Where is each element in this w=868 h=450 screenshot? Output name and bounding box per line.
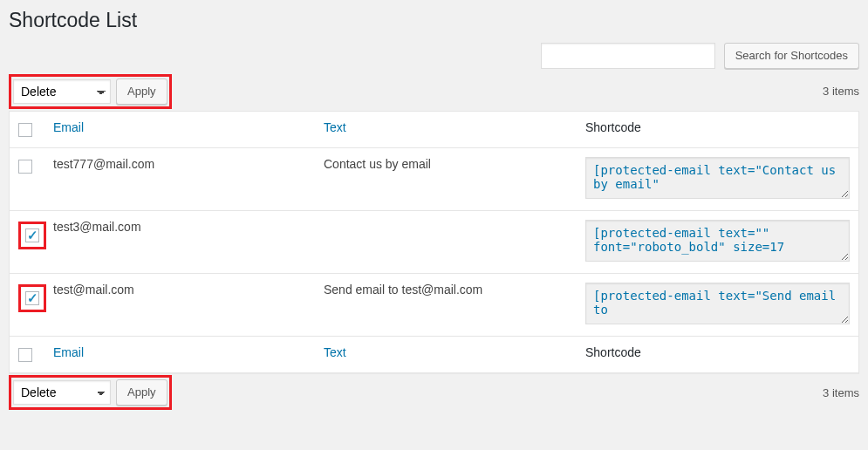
bulk-actions-top: Delete Apply (13, 78, 167, 105)
bulk-actions-bottom: Delete Apply (13, 379, 167, 406)
header-checkbox-cell (10, 112, 44, 148)
items-count-bottom: 3 items (823, 386, 859, 399)
row-email: test3@mail.com (44, 211, 315, 274)
row-checkbox-cell (10, 211, 44, 274)
row-text: Send email to test@mail.com (315, 274, 577, 337)
footer-checkbox-cell (10, 337, 44, 373)
footer-shortcode: Shortcode (577, 337, 858, 373)
search-bar: Search for Shortcodes (9, 43, 859, 69)
header-email: Email (44, 112, 315, 148)
row-text (315, 211, 577, 274)
select-all-top[interactable] (18, 123, 32, 137)
bulk-apply-button-bottom[interactable]: Apply (116, 379, 167, 406)
shortcode-textarea[interactable] (585, 157, 850, 199)
sort-email-link-footer[interactable]: Email (53, 345, 84, 359)
row-checkbox[interactable] (25, 291, 39, 305)
bulk-action-select-bottom[interactable]: Delete (13, 380, 111, 405)
sort-text-link-footer[interactable]: Text (324, 345, 346, 359)
bulk-actions-highlight-bottom: Delete Apply (9, 375, 172, 410)
tablenav-bottom: Delete Apply 3 items (9, 377, 859, 408)
row-checkbox-highlight (18, 284, 46, 312)
bulk-action-select-top[interactable]: Delete (13, 79, 111, 104)
footer-email: Email (44, 337, 315, 373)
table-footer-row: Email Text Shortcode (10, 337, 858, 373)
bulk-apply-button-top[interactable]: Apply (116, 78, 167, 105)
row-email: test@mail.com (44, 274, 315, 337)
search-button[interactable]: Search for Shortcodes (724, 43, 859, 69)
table-row: test3@mail.com (10, 211, 858, 274)
page-title: Shortcode List (9, 0, 859, 38)
row-checkbox-cell (10, 148, 44, 211)
row-checkbox-cell (10, 274, 44, 337)
table-row: test@mail.comSend email to test@mail.com (10, 274, 858, 337)
shortcode-table: Email Text Shortcode test777@mail.comCon… (9, 111, 859, 374)
row-shortcode-cell (577, 148, 858, 211)
row-checkbox[interactable] (25, 228, 39, 242)
shortcode-textarea[interactable] (585, 220, 850, 262)
table-header-row: Email Text Shortcode (10, 112, 858, 148)
row-email: test777@mail.com (44, 148, 315, 211)
row-shortcode-cell (577, 211, 858, 274)
header-text: Text (315, 112, 577, 148)
items-count-top: 3 items (823, 85, 859, 98)
row-checkbox[interactable] (18, 160, 32, 174)
tablenav-top: Delete Apply 3 items (9, 76, 859, 107)
footer-text: Text (315, 337, 577, 373)
table-row: test777@mail.comContact us by email (10, 148, 858, 211)
row-shortcode-cell (577, 274, 858, 337)
select-all-bottom[interactable] (18, 348, 32, 362)
header-shortcode: Shortcode (577, 112, 858, 148)
shortcode-textarea[interactable] (585, 283, 850, 324)
row-checkbox-highlight (18, 222, 46, 249)
row-text: Contact us by email (315, 148, 577, 211)
bulk-actions-highlight-top: Delete Apply (9, 74, 172, 109)
search-input[interactable] (541, 43, 715, 69)
sort-email-link[interactable]: Email (53, 120, 84, 134)
sort-text-link[interactable]: Text (324, 120, 346, 134)
